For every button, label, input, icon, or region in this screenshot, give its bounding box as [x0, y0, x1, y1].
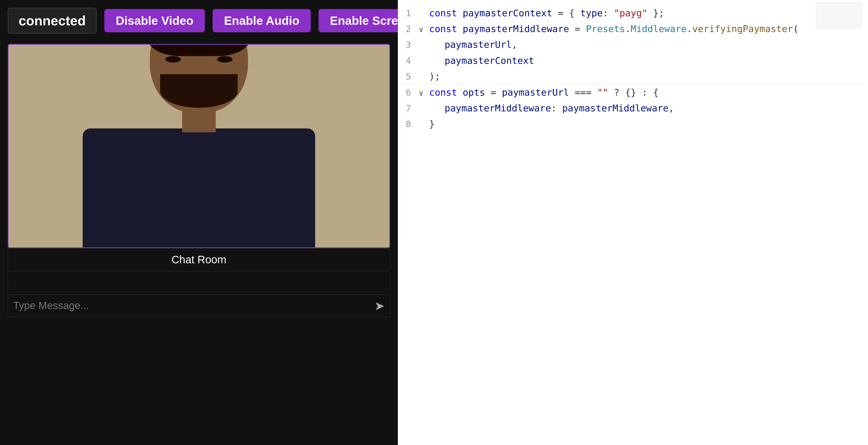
toolbar: connected Disable Video Enable Audio Ena…	[8, 8, 390, 34]
code-token: "payg"	[614, 8, 647, 18]
code-token: (	[793, 24, 799, 34]
chat-section: Chat Room ➤	[8, 248, 390, 317]
line-content: }	[429, 116, 863, 132]
mini-map	[816, 3, 862, 28]
disable-video-button[interactable]: Disable Video	[104, 9, 205, 32]
code-line: 7paymasterMiddleware: paymasterMiddlewar…	[398, 100, 868, 116]
code-token: paymasterContext	[463, 8, 552, 18]
line-content: const paymasterMiddleware = Presets.Midd…	[429, 21, 863, 37]
line-number: 1	[403, 6, 419, 21]
line-number: 2	[403, 22, 419, 37]
send-icon: ➤	[374, 299, 385, 313]
line-content: );	[429, 68, 863, 84]
line-chevron: ∨	[419, 23, 429, 36]
right-panel-wrapper: 1const paymasterContext = { type: "payg"…	[398, 0, 868, 445]
line-content: const paymasterContext = { type: "payg" …	[429, 5, 863, 21]
video-scene	[8, 45, 389, 247]
code-token: paymasterMiddleware	[562, 103, 669, 114]
code-token: : {	[636, 87, 659, 98]
code-token: Presets	[586, 24, 625, 34]
line-chevron: ∨	[419, 86, 429, 99]
code-token: = {	[552, 8, 580, 18]
code-token: const	[429, 8, 463, 18]
enable-audio-button[interactable]: Enable Audio	[213, 9, 311, 32]
code-token: Middleware	[630, 24, 687, 34]
line-number: 3	[403, 37, 419, 53]
code-token: const	[429, 24, 463, 34]
code-token: ?	[609, 87, 625, 98]
code-token: };	[647, 8, 664, 18]
code-line: 6∨const opts = paymasterUrl === "" ? {} …	[398, 85, 868, 100]
code-token: );	[429, 71, 440, 82]
code-token: }	[429, 119, 435, 129]
code-token: paymasterUrl	[502, 87, 569, 98]
line-number: 8	[403, 117, 419, 132]
connected-badge: connected	[8, 8, 97, 34]
code-token: const	[429, 87, 463, 98]
code-token: paymasterUrl	[444, 39, 512, 50]
person-shirt	[83, 128, 315, 247]
chat-input-row: ➤	[8, 295, 390, 317]
line-content: paymasterContext	[429, 53, 863, 68]
code-line: 4paymasterContext	[398, 53, 868, 68]
chat-header: Chat Room	[8, 248, 390, 271]
code-line: 5);	[398, 68, 868, 84]
person-head	[150, 45, 248, 113]
code-token: type	[580, 8, 603, 18]
code-token: =	[569, 24, 586, 34]
code-token: {}	[625, 87, 636, 98]
code-token: :	[603, 8, 614, 18]
line-number: 4	[403, 54, 419, 68]
person-right-eye	[217, 56, 232, 63]
code-token: paymasterMiddleware	[463, 24, 569, 34]
person-beard	[160, 74, 238, 108]
chat-input[interactable]	[13, 297, 374, 314]
line-number: 6	[403, 85, 419, 100]
code-token: .	[625, 24, 631, 34]
code-token: paymasterContext	[444, 55, 534, 66]
code-line: 3paymasterUrl,	[398, 37, 868, 53]
line-number: 5	[403, 69, 419, 84]
person-left-eye	[165, 56, 181, 63]
line-content: paymasterMiddleware: paymasterMiddleware…	[429, 100, 863, 116]
code-token: ,	[669, 103, 674, 114]
right-panel: 1const paymasterContext = { type: "payg"…	[398, 0, 868, 445]
code-line: 2∨const paymasterMiddleware = Presets.Mi…	[398, 21, 868, 37]
send-button[interactable]: ➤	[374, 298, 385, 313]
code-token: ===	[569, 87, 597, 98]
code-token: =	[485, 87, 502, 98]
person-hair	[148, 45, 250, 56]
code-line: 8}	[398, 116, 868, 132]
code-token: verifyingPaymaster	[692, 24, 793, 34]
video-feed-container	[8, 44, 390, 248]
left-panel: connected Disable Video Enable Audio Ena…	[0, 0, 398, 445]
line-content: const opts = paymasterUrl === "" ? {} : …	[429, 85, 863, 100]
code-editor: 1const paymasterContext = { type: "payg"…	[398, 0, 868, 445]
code-token: .	[687, 24, 692, 34]
code-token: ,	[512, 39, 518, 50]
code-token: paymasterMiddleware	[444, 103, 551, 114]
code-token: opts	[463, 87, 485, 98]
code-token: ""	[597, 87, 608, 98]
chat-messages	[8, 271, 390, 295]
code-token: :	[551, 103, 562, 114]
code-line: 1const paymasterContext = { type: "payg"…	[398, 5, 868, 21]
line-number: 7	[403, 101, 419, 116]
line-content: paymasterUrl,	[429, 37, 863, 53]
